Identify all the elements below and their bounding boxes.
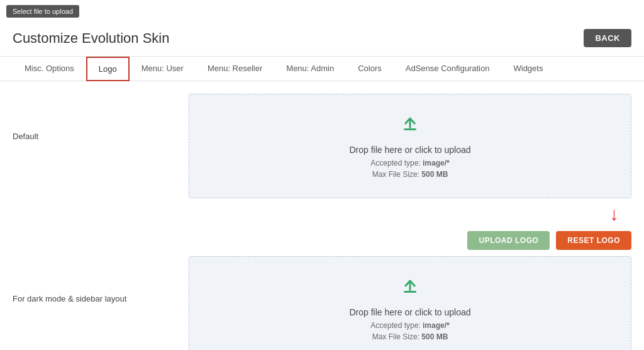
upload-dropzone-default[interactable]: Drop file here or click to upload Accept… <box>189 94 631 198</box>
back-button[interactable]: BACK <box>584 29 631 47</box>
section-label-default: Default <box>13 94 189 225</box>
accepted-type-default: Accepted type: image/* <box>370 159 449 167</box>
svg-rect-0 <box>404 128 416 130</box>
tab-logo[interactable]: Logo <box>86 57 130 81</box>
upload-icon-default <box>397 113 423 138</box>
tab-widgets[interactable]: Widgets <box>501 57 555 81</box>
tab-misc[interactable]: Misc. Options <box>13 57 86 81</box>
tooltip-bar: Select file to upload <box>0 0 644 23</box>
accepted-type-dark: Accepted type: image/* <box>370 321 449 330</box>
tab-colors[interactable]: Colors <box>346 57 394 81</box>
tab-menu_reseller[interactable]: Menu: Reseller <box>196 57 274 81</box>
page-title: Customize Evolution Skin <box>13 30 169 47</box>
arrow-down-default: ↓ <box>189 203 631 225</box>
reset-logo-button-default[interactable]: RESET LOGO <box>556 231 631 250</box>
page-header: Customize Evolution Skin BACK <box>0 23 644 57</box>
section-label-dark: For dark mode & sidebar layout <box>13 256 189 350</box>
drop-text-dark: Drop file here or click to upload <box>350 307 471 317</box>
section-default: Default Drop file here or click to uploa… <box>13 94 631 250</box>
max-size-default: Max File Size: 500 MB <box>372 170 448 179</box>
section-dark: For dark mode & sidebar layout Drop file… <box>13 256 631 350</box>
upload-icon-dark <box>397 276 423 301</box>
tab-menu_user[interactable]: Menu: User <box>130 57 196 81</box>
action-row-default: UPLOAD LOGO RESET LOGO <box>13 231 631 250</box>
tab-adsense[interactable]: AdSense Configuration <box>394 57 502 81</box>
tab-menu_admin[interactable]: Menu: Admin <box>274 57 346 81</box>
upload-logo-button-default[interactable]: UPLOAD LOGO <box>467 231 550 250</box>
upload-dropzone-dark[interactable]: Drop file here or click to upload Accept… <box>189 256 631 350</box>
drop-text-default: Drop file here or click to upload <box>350 145 471 155</box>
tabs-bar: Misc. OptionsLogoMenu: UserMenu: Reselle… <box>0 57 644 81</box>
main-content: Default Drop file here or click to uploa… <box>0 81 644 350</box>
svg-rect-2 <box>404 291 416 293</box>
max-size-dark: Max File Size: 500 MB <box>372 332 448 341</box>
